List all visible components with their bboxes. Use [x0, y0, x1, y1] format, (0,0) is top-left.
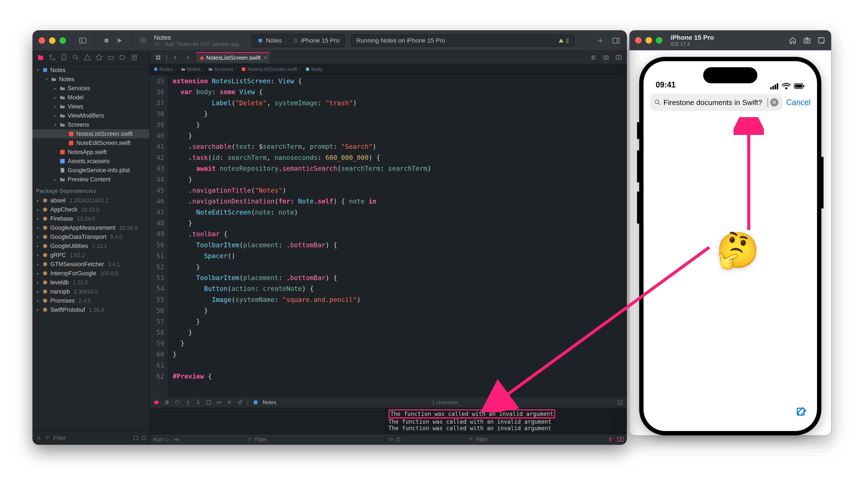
volume-down-button[interactable] [637, 191, 639, 224]
nav-forward-icon[interactable] [183, 53, 193, 62]
side-button[interactable] [822, 157, 824, 209]
add-editor-icon[interactable] [614, 53, 623, 62]
step-out-icon[interactable] [195, 399, 202, 405]
issue-navigator-icon[interactable] [84, 54, 91, 61]
add-button[interactable] [596, 36, 605, 46]
code-content[interactable]: extension NotesListScreen: View { var bo… [168, 74, 627, 397]
quicklook-icon[interactable] [174, 437, 179, 442]
dependency-item[interactable]: ▸GoogleUtilities7.13.1 [33, 241, 150, 250]
variables-filter-input[interactable] [254, 436, 382, 443]
dependency-item[interactable]: ▸leveldb1.22.5 [33, 278, 150, 287]
dependency-item[interactable]: ▸Promises2.4.0 [33, 296, 150, 305]
file-tree-item[interactable]: GoogleService-Info.plist [33, 166, 150, 175]
close-window-button[interactable] [39, 37, 45, 44]
jump-bar[interactable]: Notes〉 Notes〉 Screens〉 NotesListScreen.s… [150, 64, 627, 74]
dependency-item[interactable]: ▸GoogleAppMeasurement10.24.0 [33, 223, 150, 232]
console-output[interactable]: The function was called with an invalid … [385, 408, 627, 445]
navigator-tabs[interactable] [33, 51, 150, 64]
clear-search-button[interactable]: ✕ [770, 98, 778, 107]
close-window-button[interactable] [635, 37, 642, 43]
jump-bar-crumb[interactable]: body [305, 66, 322, 72]
code-editor[interactable]: 35 36 37 38 39 40 41 42 43 44 45 46 47 4… [150, 74, 627, 397]
dependency-item[interactable]: ▸gRPC1.62.2 [33, 250, 150, 260]
eye-icon[interactable] [389, 437, 394, 442]
variables-scope-selector[interactable]: Auto ◇ [153, 436, 169, 443]
process-app-icon[interactable] [252, 399, 259, 405]
minimize-window-button[interactable] [646, 37, 652, 43]
env-overrides-icon[interactable] [226, 399, 233, 405]
jump-bar-crumb[interactable]: Screens [208, 66, 234, 72]
test-navigator-icon[interactable] [95, 54, 103, 61]
file-tree-item[interactable]: ▸Model [33, 93, 150, 102]
related-items-icon[interactable] [153, 53, 163, 62]
search-field[interactable]: Firestone documents in Swift? ✕ [650, 94, 782, 111]
minimize-window-button[interactable] [49, 37, 56, 44]
recent-filter-icon[interactable] [133, 435, 138, 441]
trash-icon[interactable] [608, 437, 613, 442]
report-navigator-icon[interactable] [130, 54, 138, 61]
dependency-item[interactable]: ▸InteropForGoogle100.0.0 [33, 269, 150, 278]
source-control-navigator-icon[interactable] [49, 54, 56, 61]
stop-button[interactable] [102, 36, 111, 46]
window-controls[interactable] [635, 37, 662, 43]
volume-up-button[interactable] [637, 150, 639, 183]
file-tree-item[interactable]: ▸ViewModifiers [33, 111, 150, 120]
find-navigator-icon[interactable] [72, 54, 80, 61]
zoom-window-button[interactable] [59, 37, 66, 44]
dependency-item[interactable]: ▸nanopb2.30910.0 [33, 287, 150, 296]
file-tree-item[interactable]: ▾Notes [33, 74, 150, 84]
view-debug-icon[interactable] [206, 399, 212, 405]
console-panes-icon[interactable] [617, 437, 624, 442]
file-tree-item-selected[interactable]: NotesListScreen.swift [33, 129, 150, 139]
add-target-button[interactable]: ＋ [36, 433, 42, 443]
dependency-item[interactable]: ▸SwiftProtobuf1.26.0 [33, 305, 150, 314]
debug-navigator-icon[interactable] [107, 54, 115, 61]
console-filter-input[interactable] [476, 436, 602, 443]
dependency-item[interactable]: ▸abseil1.2024011601.1 [33, 196, 150, 205]
window-controls[interactable] [39, 37, 66, 44]
file-tree-item[interactable]: ▸Services [33, 84, 150, 93]
dependency-item[interactable]: ▸AppCheck10.19.0 [33, 205, 150, 214]
toggle-navigator-icon[interactable] [78, 36, 88, 46]
jump-bar-crumb[interactable]: NotesListScreen.swift [241, 66, 297, 72]
file-tree-item[interactable]: ▾Screens [33, 120, 150, 129]
variables-view[interactable]: Auto ◇ [150, 408, 385, 445]
breakpoint-navigator-icon[interactable] [119, 54, 126, 61]
zoom-window-button[interactable] [656, 37, 662, 43]
file-tree-item[interactable]: NotesApp.swift [33, 148, 150, 157]
dependency-item[interactable]: ▸Firebase10.24.0 [33, 214, 150, 223]
compose-note-button[interactable] [795, 406, 807, 418]
memory-graph-icon[interactable] [216, 399, 222, 405]
step-into-icon[interactable] [185, 399, 191, 405]
screenshot-icon[interactable] [803, 36, 811, 44]
toggle-debug-area-icon[interactable] [617, 399, 623, 405]
jump-bar-crumb[interactable]: Notes [153, 66, 173, 72]
scheme-selector[interactable]: Notes 〉 iPhone 15 Pro [252, 34, 345, 47]
file-tree-item[interactable]: ▾Notes [33, 65, 150, 74]
run-button[interactable] [115, 36, 124, 46]
home-icon[interactable] [788, 36, 797, 44]
warnings-badge[interactable]: 2 [558, 37, 569, 44]
step-over-icon[interactable] [174, 399, 181, 405]
rotate-icon[interactable] [817, 36, 826, 44]
navigator-filter-input[interactable] [53, 434, 130, 442]
file-tree-item[interactable]: ▸Preview Content [33, 175, 150, 184]
file-tree-item[interactable]: NoteEditScreen.swift [33, 139, 150, 148]
cancel-button[interactable]: Cancel [786, 98, 810, 107]
file-tree-item[interactable]: ▸Views [33, 102, 150, 111]
pause-icon[interactable] [164, 399, 170, 405]
jump-bar-crumb[interactable]: Notes [181, 66, 200, 72]
minimap-toggle-icon[interactable] [589, 53, 598, 62]
file-tree-item[interactable]: Assets.xcassets [33, 157, 150, 166]
editor-options-icon[interactable] [601, 53, 611, 62]
mute-switch[interactable] [637, 122, 639, 139]
scm-filter-icon[interactable] [141, 435, 147, 441]
bookmark-navigator-icon[interactable] [60, 54, 68, 61]
library-button[interactable] [611, 36, 621, 46]
nav-back-icon[interactable] [170, 53, 180, 62]
dependency-item[interactable]: ▸GTMSessionFetcher3.4.1 [33, 260, 150, 269]
location-icon[interactable] [237, 399, 243, 405]
search-input-value[interactable]: Firestone documents in Swift? [663, 98, 768, 107]
toggle-breakpoints-icon[interactable] [153, 399, 160, 405]
console-view-icon[interactable] [396, 437, 401, 442]
